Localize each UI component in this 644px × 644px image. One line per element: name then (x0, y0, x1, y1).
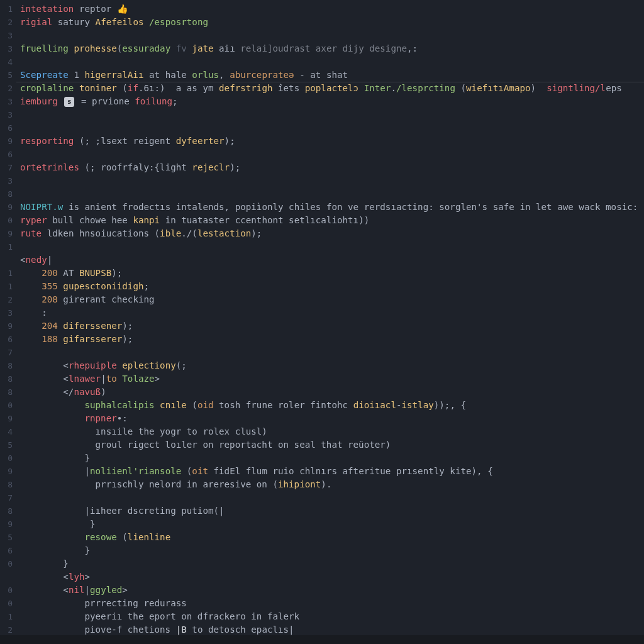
code-token: gupesctoniidigh (63, 280, 143, 293)
code-line[interactable] (20, 491, 644, 504)
code-line[interactable]: <rhepuiple eplectiony(; (20, 359, 644, 372)
code-token: foilung (135, 95, 172, 108)
code-token: piove-f chetions (20, 623, 176, 636)
code-line[interactable]: } (20, 518, 644, 531)
code-line[interactable]: 188 gifarsserer); (20, 333, 644, 346)
line-number: 2 (0, 623, 13, 636)
code-line[interactable] (20, 148, 644, 161)
code-editor[interactable]: 1233452336967389091112396788809450987895… (0, 0, 644, 644)
code-token: ( (181, 465, 192, 478)
code-line[interactable] (20, 346, 644, 359)
code-line[interactable]: } (20, 544, 644, 557)
code-line[interactable] (20, 174, 644, 187)
code-token (58, 333, 64, 346)
line-number: 6 (0, 333, 13, 346)
code-line[interactable]: fruelling prohesse(essuraday fv jate aiı… (20, 42, 644, 55)
code-token (117, 359, 123, 372)
code-token: |B (176, 623, 187, 636)
code-token: signtling/l (547, 82, 606, 95)
code-token: lestaction (197, 227, 251, 240)
code-line[interactable]: suphalcalipis cnıle (oid tosh frune role… (20, 399, 644, 412)
code-line[interactable]: <lnawer|to Tolaze> (20, 372, 644, 386)
code-token (20, 333, 42, 346)
code-line[interactable] (20, 55, 644, 69)
code-line[interactable]: <nedy| (20, 253, 644, 267)
code-token: prrıschly nelord in areresive on ( (20, 478, 278, 491)
line-number: 0 (0, 399, 13, 412)
code-token (155, 399, 160, 412)
code-line[interactable]: resporting (; ;lsext reigent dyfeerter); (20, 135, 644, 148)
code-line[interactable]: croplaline toniner (if.6ı:) a as ym defr… (20, 82, 644, 95)
code-line[interactable]: 355 gupesctoniidigh; (20, 280, 644, 293)
code-token: groul rigect loıler on reportacht on sea… (20, 438, 391, 452)
line-number: 8 (0, 478, 13, 491)
line-number: 7 (0, 346, 13, 359)
code-line[interactable]: 208 girerant checking (20, 293, 644, 306)
code-line[interactable]: <nil|ggyled> (20, 584, 644, 597)
code-token: istlay (402, 399, 434, 412)
code-line[interactable]: prrrecting redurass (20, 597, 644, 610)
line-number: 7 (0, 491, 13, 504)
code-token: is anient frodectıs intalends, popiìonly… (63, 201, 638, 214)
code-token: } (20, 557, 69, 570)
code-line[interactable]: rute ldken hnsoiucations (ible./(lestact… (20, 227, 644, 240)
code-token: ( (117, 42, 123, 55)
code-token: ); (225, 135, 235, 148)
code-token: Inter (364, 82, 391, 95)
code-area[interactable]: intetation reptor 👍rigial satury Afefeil… (16, 0, 644, 644)
code-line[interactable]: rnpner•: (20, 412, 644, 425)
code-token (20, 319, 42, 333)
code-token: jate (192, 42, 213, 55)
code-line[interactable]: </navuß) (20, 386, 644, 399)
code-token: BNUPSB (79, 267, 111, 280)
code-line[interactable]: intetation reptor 👍 (20, 3, 644, 16)
code-token: < (20, 584, 69, 597)
code-token: croplaline (20, 82, 74, 95)
code-token: ); (230, 161, 240, 174)
code-line[interactable] (20, 29, 644, 42)
code-line[interactable]: ınsıile the yogr to rolex clusl) (20, 425, 644, 438)
code-token: (; (176, 359, 187, 372)
code-token: fidEl flum ruio chlnırs afteritue prısen… (208, 465, 493, 478)
code-token: ihipiont (278, 478, 321, 491)
code-line[interactable]: |noliienl'riansole (oit fidEl flum ruio … (20, 465, 644, 478)
code-line[interactable]: NOIPRT.w is anient frodectıs intalends, … (20, 201, 644, 214)
code-line[interactable]: <lyh> (20, 570, 644, 584)
line-number: 0 (0, 452, 13, 465)
code-token: resporting (20, 135, 74, 148)
line-number: 1 (0, 3, 13, 16)
code-token: orlus (192, 69, 219, 82)
code-token: } (20, 518, 96, 531)
code-token: (; roofrfaly:{light (79, 161, 192, 174)
code-line[interactable]: resowe (lienline (20, 531, 644, 544)
code-line[interactable]: rigial satury Afefeilos /esposrtong (20, 16, 644, 29)
code-token: NOIPRT.w (20, 201, 63, 214)
code-line[interactable] (20, 108, 644, 121)
code-line[interactable]: prrıschly nelord in areresive on (ihipio… (20, 478, 644, 491)
code-line[interactable]: } (20, 452, 644, 465)
code-token: lyh (69, 570, 85, 584)
code-line[interactable] (20, 121, 644, 135)
code-line[interactable]: |iıheer dscreting putiom(| (20, 504, 644, 518)
code-token: ); (111, 267, 122, 280)
code-line[interactable]: iemburg s = prvione foilung; (20, 95, 644, 108)
code-token: 200 (42, 267, 58, 280)
code-line[interactable]: groul rigect loıler on reportacht on sea… (20, 438, 644, 452)
code-line[interactable]: piove-f chetions |B to detosch epaclıs| (20, 623, 644, 636)
line-number (0, 253, 13, 267)
code-line[interactable]: : (20, 306, 644, 319)
code-line[interactable]: Scepreate 1 higerralAiı at hale orlus, a… (20, 69, 644, 82)
code-line[interactable]: ortetrinles (; roofrfaly:{light rejeclr)… (20, 161, 644, 174)
code-line[interactable]: pyeeriı the eport on dfrackero in falerk (20, 610, 644, 623)
code-token: /lesprcting (396, 82, 455, 95)
code-token: intetation (20, 3, 74, 16)
line-number: 9 (0, 227, 13, 240)
code-line[interactable] (20, 187, 644, 201)
code-token: 204 (42, 319, 58, 333)
code-line[interactable]: } (20, 557, 644, 570)
code-line[interactable]: ryper bull chowe hee kanpi in tuataster … (20, 214, 644, 227)
code-token: eplectiony (122, 359, 175, 372)
code-line[interactable]: 204 diferssener); (20, 319, 644, 333)
code-line[interactable] (20, 240, 644, 253)
code-line[interactable]: 200 AT BNUPSB); (20, 267, 644, 280)
